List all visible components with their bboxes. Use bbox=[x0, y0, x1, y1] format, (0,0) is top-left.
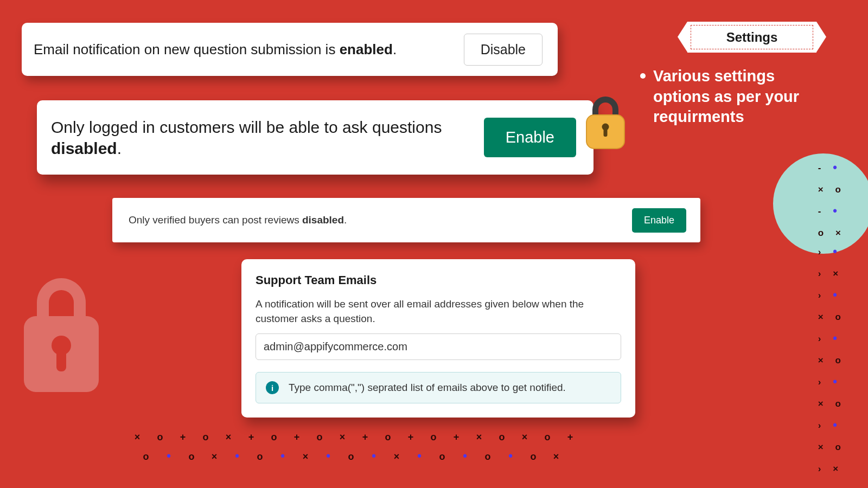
settings-ribbon: Settings bbox=[687, 22, 816, 53]
lock-icon bbox=[579, 93, 631, 153]
setting-text: Email notification on new question submi… bbox=[34, 41, 397, 58]
svg-rect-5 bbox=[56, 350, 66, 371]
bullet-dot-icon bbox=[640, 73, 646, 79]
info-icon: i bbox=[266, 381, 279, 394]
enable-button[interactable]: Enable bbox=[484, 118, 576, 157]
support-team-emails-card: Support Team Emails A notification will … bbox=[241, 259, 635, 418]
ribbon-inner: Settings bbox=[691, 25, 813, 49]
info-message: Type comma(",") seprated list of emails … bbox=[289, 382, 566, 394]
text-suffix: . bbox=[393, 41, 397, 57]
text-suffix: . bbox=[344, 214, 347, 226]
big-lock-icon bbox=[14, 274, 109, 399]
decoration-row: o•o× •o•× •o•× •o•o •o× bbox=[135, 451, 568, 463]
card-title: Support Team Emails bbox=[256, 273, 621, 287]
card-description: A notification will be sent over all ema… bbox=[256, 297, 621, 326]
decoration-column: -• ×o -• o× bbox=[818, 163, 841, 239]
setting-text: Only logged in customers will be able to… bbox=[51, 117, 452, 159]
text-prefix: Only logged in customers will be able to… bbox=[51, 118, 442, 136]
side-bullet-text: Various settings options as per your req… bbox=[640, 66, 822, 127]
status-word: enabled bbox=[340, 41, 393, 57]
text-prefix: Only verified buyers can post reviews bbox=[129, 214, 302, 226]
status-word: disabled bbox=[51, 139, 117, 157]
enable-button[interactable]: Enable bbox=[632, 208, 686, 233]
side-text-content: Various settings options as per your req… bbox=[653, 66, 822, 127]
setting-card-email-notification: Email notification on new question submi… bbox=[22, 23, 558, 76]
decoration-column: ›• ›× ›• ×o ›• ×o ›• ×o ›• ×o ›× bbox=[818, 247, 841, 474]
info-banner: i Type comma(",") seprated list of email… bbox=[256, 372, 621, 403]
svg-rect-2 bbox=[604, 128, 608, 137]
text-prefix: Email notification on new question submi… bbox=[34, 41, 340, 57]
ribbon-label: Settings bbox=[726, 30, 778, 45]
setting-text: Only verified buyers can post reviews di… bbox=[129, 214, 347, 226]
disable-button[interactable]: Disable bbox=[464, 34, 542, 66]
setting-card-logged-in-questions: Only logged in customers will be able to… bbox=[37, 100, 593, 175]
status-word: disabled bbox=[302, 214, 344, 226]
decoration-row: ×o+o ×+o+ o×+o +o+× o×o+ bbox=[126, 432, 582, 443]
text-suffix: . bbox=[117, 139, 122, 157]
setting-card-verified-buyers: Only verified buyers can post reviews di… bbox=[112, 198, 700, 242]
support-emails-input[interactable] bbox=[256, 333, 621, 360]
